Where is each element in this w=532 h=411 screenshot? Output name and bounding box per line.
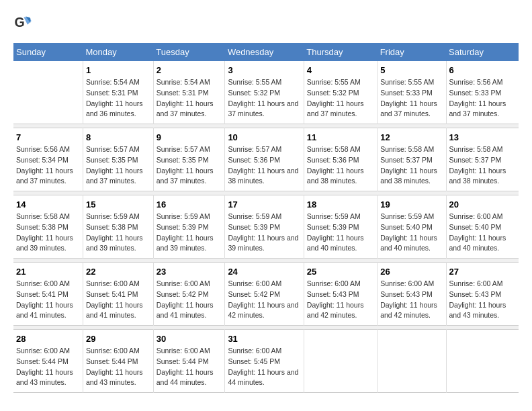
day-number: 27 bbox=[449, 267, 516, 277]
calendar-cell: 10Sunrise: 5:57 AMSunset: 5:36 PMDayligh… bbox=[225, 128, 304, 191]
day-number: 30 bbox=[157, 334, 222, 344]
day-number: 6 bbox=[449, 65, 516, 75]
calendar-cell: 19Sunrise: 5:59 AMSunset: 5:40 PMDayligh… bbox=[378, 195, 446, 259]
calendar-cell: 27Sunrise: 6:00 AMSunset: 5:43 PMDayligh… bbox=[446, 263, 519, 326]
header-friday: Friday bbox=[378, 43, 446, 61]
header-monday: Monday bbox=[83, 43, 153, 61]
calendar-header-row: SundayMondayTuesdayWednesdayThursdayFrid… bbox=[13, 43, 519, 61]
day-info: Sunrise: 6:00 AMSunset: 5:44 PMDaylight:… bbox=[16, 346, 80, 388]
day-number: 29 bbox=[86, 334, 150, 344]
day-number: 20 bbox=[449, 199, 516, 210]
header-wednesday: Wednesday bbox=[225, 43, 304, 61]
day-number: 10 bbox=[228, 132, 300, 142]
calendar-cell: 21Sunrise: 6:00 AMSunset: 5:41 PMDayligh… bbox=[13, 263, 83, 326]
day-number: 17 bbox=[228, 199, 300, 210]
calendar-cell: 8Sunrise: 5:57 AMSunset: 5:35 PMDaylight… bbox=[83, 128, 153, 191]
logo: G bbox=[13, 13, 34, 32]
calendar-cell: 11Sunrise: 5:58 AMSunset: 5:36 PMDayligh… bbox=[304, 128, 377, 191]
day-number: 5 bbox=[380, 65, 443, 75]
day-number: 14 bbox=[16, 199, 80, 210]
day-info: Sunrise: 5:54 AMSunset: 5:31 PMDaylight:… bbox=[86, 77, 150, 120]
day-number: 11 bbox=[307, 132, 374, 142]
day-info: Sunrise: 5:57 AMSunset: 5:35 PMDaylight:… bbox=[157, 144, 222, 187]
day-info: Sunrise: 5:59 AMSunset: 5:39 PMDaylight:… bbox=[307, 212, 374, 254]
calendar-cell: 4Sunrise: 5:55 AMSunset: 5:32 PMDaylight… bbox=[304, 61, 377, 124]
day-number: 18 bbox=[307, 199, 374, 210]
week-row: 21Sunrise: 6:00 AMSunset: 5:41 PMDayligh… bbox=[13, 263, 519, 326]
calendar-cell: 23Sunrise: 6:00 AMSunset: 5:42 PMDayligh… bbox=[153, 263, 225, 326]
day-number: 24 bbox=[228, 267, 300, 277]
day-info: Sunrise: 5:58 AMSunset: 5:38 PMDaylight:… bbox=[16, 212, 80, 254]
day-number: 21 bbox=[16, 267, 80, 277]
header-tuesday: Tuesday bbox=[153, 43, 225, 61]
day-info: Sunrise: 6:00 AMSunset: 5:44 PMDaylight:… bbox=[157, 346, 222, 388]
calendar-cell bbox=[13, 61, 83, 124]
day-info: Sunrise: 5:55 AMSunset: 5:32 PMDaylight:… bbox=[228, 77, 300, 120]
day-number: 15 bbox=[86, 199, 150, 210]
day-info: Sunrise: 6:00 AMSunset: 5:41 PMDaylight:… bbox=[86, 279, 150, 321]
week-row: 1Sunrise: 5:54 AMSunset: 5:31 PMDaylight… bbox=[13, 61, 519, 124]
calendar-cell: 1Sunrise: 5:54 AMSunset: 5:31 PMDaylight… bbox=[83, 61, 153, 124]
calendar-cell: 12Sunrise: 5:58 AMSunset: 5:37 PMDayligh… bbox=[378, 128, 446, 191]
week-row: 28Sunrise: 6:00 AMSunset: 5:44 PMDayligh… bbox=[13, 330, 519, 393]
calendar-cell: 18Sunrise: 5:59 AMSunset: 5:39 PMDayligh… bbox=[304, 195, 377, 259]
day-info: Sunrise: 5:58 AMSunset: 5:37 PMDaylight:… bbox=[380, 144, 443, 187]
day-number: 25 bbox=[307, 267, 374, 277]
day-number: 23 bbox=[157, 267, 222, 277]
calendar-cell: 28Sunrise: 6:00 AMSunset: 5:44 PMDayligh… bbox=[13, 330, 83, 393]
day-number: 16 bbox=[157, 199, 222, 210]
calendar-cell: 24Sunrise: 6:00 AMSunset: 5:42 PMDayligh… bbox=[225, 263, 304, 326]
calendar-cell: 31Sunrise: 6:00 AMSunset: 5:45 PMDayligh… bbox=[225, 330, 304, 393]
day-number: 1 bbox=[86, 65, 150, 75]
day-info: Sunrise: 5:57 AMSunset: 5:36 PMDaylight:… bbox=[228, 144, 300, 187]
day-number: 4 bbox=[307, 65, 374, 75]
day-info: Sunrise: 5:58 AMSunset: 5:36 PMDaylight:… bbox=[307, 144, 374, 187]
day-info: Sunrise: 5:58 AMSunset: 5:37 PMDaylight:… bbox=[449, 144, 516, 187]
day-number: 9 bbox=[157, 132, 222, 142]
day-info: Sunrise: 6:00 AMSunset: 5:43 PMDaylight:… bbox=[380, 279, 443, 321]
day-number: 7 bbox=[16, 132, 80, 142]
day-info: Sunrise: 5:56 AMSunset: 5:33 PMDaylight:… bbox=[449, 77, 516, 120]
day-info: Sunrise: 5:59 AMSunset: 5:40 PMDaylight:… bbox=[380, 212, 443, 254]
day-number: 31 bbox=[228, 334, 300, 344]
calendar-cell bbox=[446, 330, 519, 393]
calendar-cell: 16Sunrise: 5:59 AMSunset: 5:39 PMDayligh… bbox=[153, 195, 225, 259]
day-number: 12 bbox=[380, 132, 443, 142]
day-number: 28 bbox=[16, 334, 80, 344]
calendar-cell: 26Sunrise: 6:00 AMSunset: 5:43 PMDayligh… bbox=[378, 263, 446, 326]
week-row: 14Sunrise: 5:58 AMSunset: 5:38 PMDayligh… bbox=[13, 195, 519, 259]
page-header: G bbox=[13, 13, 519, 32]
day-info: Sunrise: 5:59 AMSunset: 5:38 PMDaylight:… bbox=[86, 212, 150, 254]
day-info: Sunrise: 6:00 AMSunset: 5:43 PMDaylight:… bbox=[307, 279, 374, 321]
day-number: 26 bbox=[380, 267, 443, 277]
calendar-cell: 30Sunrise: 6:00 AMSunset: 5:44 PMDayligh… bbox=[153, 330, 225, 393]
day-number: 2 bbox=[157, 65, 222, 75]
calendar-table: SundayMondayTuesdayWednesdayThursdayFrid… bbox=[13, 43, 519, 393]
calendar-cell: 6Sunrise: 5:56 AMSunset: 5:33 PMDaylight… bbox=[446, 61, 519, 124]
day-info: Sunrise: 5:59 AMSunset: 5:39 PMDaylight:… bbox=[157, 212, 222, 254]
calendar-cell: 22Sunrise: 6:00 AMSunset: 5:41 PMDayligh… bbox=[83, 263, 153, 326]
calendar-cell bbox=[304, 330, 377, 393]
calendar-cell: 5Sunrise: 5:55 AMSunset: 5:33 PMDaylight… bbox=[378, 61, 446, 124]
calendar-cell: 2Sunrise: 5:54 AMSunset: 5:31 PMDaylight… bbox=[153, 61, 225, 124]
day-info: Sunrise: 5:54 AMSunset: 5:31 PMDaylight:… bbox=[157, 77, 222, 120]
header-thursday: Thursday bbox=[304, 43, 377, 61]
day-info: Sunrise: 6:00 AMSunset: 5:42 PMDaylight:… bbox=[157, 279, 222, 321]
calendar-cell: 9Sunrise: 5:57 AMSunset: 5:35 PMDaylight… bbox=[153, 128, 225, 191]
calendar-cell: 15Sunrise: 5:59 AMSunset: 5:38 PMDayligh… bbox=[83, 195, 153, 259]
day-info: Sunrise: 5:55 AMSunset: 5:33 PMDaylight:… bbox=[380, 77, 443, 120]
day-info: Sunrise: 5:56 AMSunset: 5:34 PMDaylight:… bbox=[16, 144, 80, 187]
calendar-cell: 3Sunrise: 5:55 AMSunset: 5:32 PMDaylight… bbox=[225, 61, 304, 124]
header-saturday: Saturday bbox=[446, 43, 519, 61]
calendar-cell: 25Sunrise: 6:00 AMSunset: 5:43 PMDayligh… bbox=[304, 263, 377, 326]
day-info: Sunrise: 6:00 AMSunset: 5:42 PMDaylight:… bbox=[228, 279, 300, 321]
day-number: 19 bbox=[380, 199, 443, 210]
day-info: Sunrise: 6:00 AMSunset: 5:43 PMDaylight:… bbox=[449, 279, 516, 321]
calendar-cell: 29Sunrise: 6:00 AMSunset: 5:44 PMDayligh… bbox=[83, 330, 153, 393]
day-info: Sunrise: 5:59 AMSunset: 5:39 PMDaylight:… bbox=[228, 212, 300, 254]
day-number: 22 bbox=[86, 267, 150, 277]
calendar-cell: 20Sunrise: 6:00 AMSunset: 5:40 PMDayligh… bbox=[446, 195, 519, 259]
day-info: Sunrise: 6:00 AMSunset: 5:40 PMDaylight:… bbox=[449, 212, 516, 254]
day-number: 8 bbox=[86, 132, 150, 142]
calendar-cell: 7Sunrise: 5:56 AMSunset: 5:34 PMDaylight… bbox=[13, 128, 83, 191]
